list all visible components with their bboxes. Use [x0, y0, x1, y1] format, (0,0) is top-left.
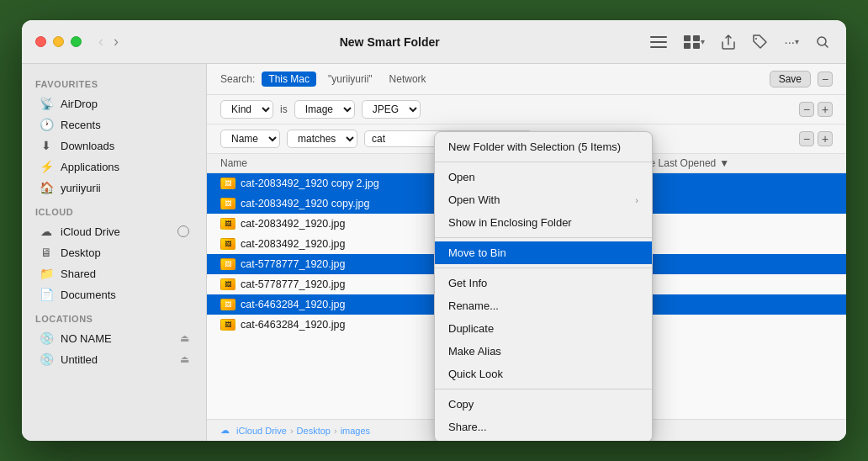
file-icon: 🖼: [220, 299, 236, 310]
context-menu-item-new-folder[interactable]: New Folder with Selection (5 Items): [435, 135, 652, 158]
context-item-label-rename: Rename...: [448, 299, 499, 312]
tag-button[interactable]: [749, 31, 770, 53]
filter-name-plus-button[interactable]: +: [818, 131, 833, 146]
sidebar-item-airdrop[interactable]: 📡 AirDrop: [25, 93, 203, 114]
svg-rect-6: [693, 43, 700, 49]
svg-point-7: [755, 38, 757, 40]
filter-kind-value2[interactable]: JPEG: [362, 100, 421, 119]
sidebar-item-label-desktop: Desktop: [61, 246, 101, 259]
breadcrumb: iCloud Drive › Desktop › images: [236, 426, 370, 436]
context-menu-item-get-info[interactable]: Get Info: [435, 272, 652, 294]
eject-icon-noname[interactable]: ⏏: [180, 332, 189, 344]
context-menu-item-move-to-bin[interactable]: Move to Bin: [435, 241, 652, 264]
crumb-images[interactable]: images: [341, 426, 370, 436]
context-menu: New Folder with Selection (5 Items) Open…: [434, 131, 653, 441]
context-item-label-copy: Copy: [448, 398, 474, 411]
context-menu-separator-2: [435, 237, 652, 238]
sidebar-item-shared[interactable]: 📁 Shared: [25, 263, 203, 283]
sidebar-item-label-downloads: Downloads: [61, 140, 114, 152]
share-button[interactable]: [718, 31, 738, 53]
search-minus-button[interactable]: −: [818, 72, 833, 87]
file-name: cat-5778777_1920.jpg: [241, 258, 345, 270]
file-name: cat-5778777_1920.jpg: [241, 278, 345, 290]
more-button[interactable]: ···▾: [781, 31, 802, 52]
column-header-name[interactable]: Name: [220, 157, 468, 169]
minimize-button[interactable]: [53, 36, 64, 47]
share-icon: [722, 34, 735, 50]
sidebar-item-no-name[interactable]: 💿 NO NAME ⏏: [25, 328, 203, 348]
file-date: --: [638, 299, 833, 310]
search-tag-this-mac[interactable]: This Mac: [262, 72, 316, 87]
filter-name-operator[interactable]: matches: [287, 130, 357, 148]
save-button[interactable]: Save: [770, 71, 811, 87]
file-name: cat-2083492_1920 copy.jpg: [241, 198, 369, 209]
grid-view-button[interactable]: ▾: [680, 32, 708, 52]
context-item-label-duplicate: Duplicate: [448, 322, 494, 335]
icloud-sync-icon: [177, 225, 189, 237]
favourites-section-title: Favourites: [22, 71, 206, 93]
file-icon: 🖼: [220, 278, 236, 290]
context-menu-item-make-alias[interactable]: Make Alias: [435, 340, 652, 363]
sidebar-item-downloads[interactable]: ⬇ Downloads: [25, 135, 203, 156]
filter-kind-field[interactable]: Kind: [220, 100, 273, 119]
search-bar: Search: This Mac "yuriiyurii" Network Sa…: [207, 64, 846, 95]
sidebar-item-yuriiyurii[interactable]: 🏠 yuriiyurii: [25, 178, 203, 198]
context-menu-item-quick-look[interactable]: Quick Look: [435, 363, 652, 385]
column-header-date[interactable]: Date Last Opened ▼: [634, 157, 833, 169]
crumb-desktop[interactable]: Desktop: [297, 426, 331, 436]
disk-icon-untitled: 💿: [39, 352, 54, 366]
back-button[interactable]: ‹: [95, 31, 107, 52]
filter-name-buttons: − +: [799, 131, 833, 146]
context-item-label-show-enclosing: Show in Enclosing Folder: [448, 216, 572, 229]
file-icon: 🖼: [220, 258, 236, 270]
filter-name-minus-button[interactable]: −: [799, 131, 814, 146]
list-view-button[interactable]: [647, 32, 670, 52]
context-menu-item-copy[interactable]: Copy: [435, 393, 652, 416]
window-body: Favourites 📡 AirDrop 🕐 Recents ⬇ Downloa…: [22, 64, 846, 441]
context-menu-item-open-with[interactable]: Open With ›: [435, 188, 652, 211]
recents-icon: 🕐: [39, 118, 54, 131]
eject-icon-untitled[interactable]: ⏏: [180, 353, 189, 365]
search-button[interactable]: [812, 32, 833, 52]
filter-name-field[interactable]: Name: [220, 130, 280, 148]
search-tag-yuriiyurii[interactable]: "yuriiyurii": [323, 72, 378, 87]
icloud-section-title: iCloud: [22, 199, 206, 220]
sidebar-item-label-airdrop: AirDrop: [61, 98, 98, 110]
forward-button[interactable]: ›: [110, 31, 122, 52]
sidebar: Favourites 📡 AirDrop 🕐 Recents ⬇ Downloa…: [22, 64, 207, 441]
context-menu-item-show-enclosing[interactable]: Show in Enclosing Folder: [435, 211, 652, 234]
file-date: --: [638, 198, 833, 209]
file-name: cat-2083492_1920 copy 2.jpg: [241, 178, 379, 189]
sidebar-item-recents[interactable]: 🕐 Recents: [25, 114, 203, 135]
filter-kind-value1[interactable]: Image: [294, 100, 355, 119]
sidebar-item-label-yuriiyurii: yuriiyurii: [61, 182, 101, 194]
sidebar-item-label-no-name: NO NAME: [61, 332, 112, 345]
context-menu-item-share[interactable]: Share...: [435, 416, 652, 438]
file-date: --: [638, 218, 833, 230]
more-dropdown-arrow: ▾: [795, 37, 799, 46]
user-icon: 🏠: [39, 181, 54, 194]
file-icon: 🖼: [220, 238, 236, 250]
disk-icon-noname: 💿: [39, 331, 54, 345]
context-menu-item-duplicate[interactable]: Duplicate: [435, 317, 652, 340]
svg-rect-0: [650, 36, 667, 38]
cloud-icon: ☁: [220, 425, 230, 436]
sidebar-item-untitled[interactable]: 💿 Untitled ⏏: [25, 349, 203, 369]
search-tag-network[interactable]: Network: [384, 72, 431, 87]
context-item-label-share: Share...: [448, 421, 487, 433]
sidebar-item-applications[interactable]: ⚡ Applications: [25, 156, 203, 177]
window-title: New Smart Folder: [132, 35, 647, 49]
filter-kind-minus-button[interactable]: −: [799, 102, 814, 117]
sidebar-item-icloud-drive[interactable]: ☁ iCloud Drive: [25, 221, 203, 241]
fullscreen-button[interactable]: [71, 36, 82, 47]
context-menu-item-open[interactable]: Open: [435, 166, 652, 188]
close-button[interactable]: [35, 36, 46, 47]
filter-kind-plus-button[interactable]: +: [818, 102, 833, 117]
crumb-icloud[interactable]: iCloud Drive: [236, 426, 287, 436]
sidebar-item-documents[interactable]: 📄 Documents: [25, 284, 203, 305]
svg-rect-1: [650, 41, 667, 43]
context-menu-item-rename[interactable]: Rename...: [435, 294, 652, 317]
desktop-icon: 🖥: [39, 246, 54, 259]
sidebar-item-desktop[interactable]: 🖥 Desktop: [25, 242, 203, 262]
sidebar-item-label-shared: Shared: [61, 268, 96, 280]
